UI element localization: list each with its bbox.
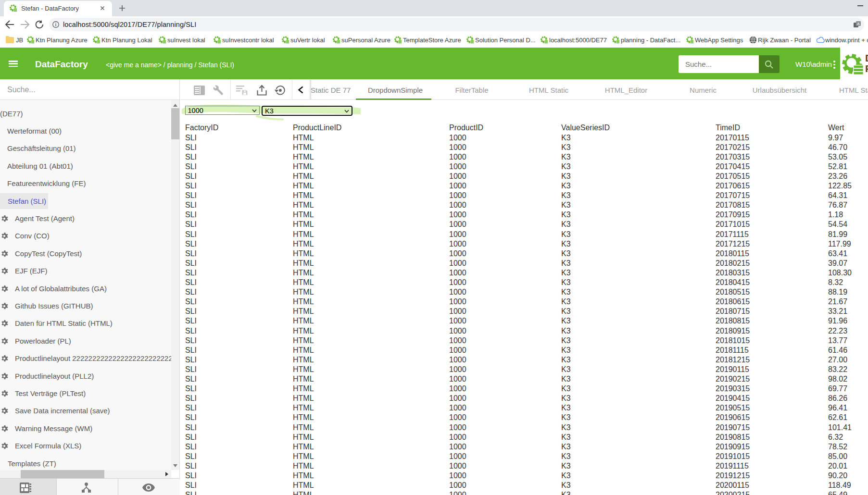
svg-text:A: A — [857, 22, 860, 26]
